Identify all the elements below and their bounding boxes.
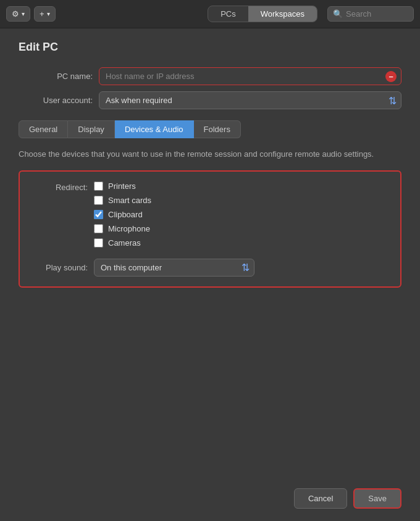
bottom-buttons: Cancel Save (0, 476, 420, 521)
printers-label: Printers (108, 181, 136, 191)
search-input[interactable] (346, 9, 408, 19)
tab-general[interactable]: General (19, 120, 68, 138)
checkbox-clipboard[interactable]: Clipboard (94, 210, 151, 219)
page-title: Edit PC (19, 41, 401, 54)
gear-chevron-icon: ▾ (22, 10, 25, 17)
user-account-label: User account: (19, 96, 93, 105)
save-button[interactable]: Save (353, 488, 401, 509)
smart-cards-checkbox[interactable] (94, 196, 103, 205)
cameras-label: Cameras (108, 238, 141, 248)
checkbox-microphone[interactable]: Microphone (94, 224, 151, 233)
pc-name-input[interactable] (99, 67, 401, 85)
redirect-row: Redirect: Printers Smart cards Clipboard… (32, 181, 388, 248)
checkbox-smart-cards[interactable]: Smart cards (94, 196, 151, 205)
view-toggle: PCs Workspaces (208, 6, 317, 22)
cancel-button[interactable]: Cancel (294, 488, 347, 509)
microphone-checkbox[interactable] (94, 224, 103, 233)
pcs-tab[interactable]: PCs (208, 6, 248, 22)
tab-devices-audio[interactable]: Devices & Audio (115, 120, 194, 138)
checkbox-cameras[interactable]: Cameras (94, 238, 151, 248)
cameras-checkbox[interactable] (94, 238, 103, 248)
pc-name-label: PC name: (19, 72, 93, 81)
gear-button[interactable]: ⚙ ▾ (6, 6, 30, 22)
smart-cards-label: Smart cards (108, 196, 151, 205)
user-account-select[interactable]: Ask when required Add user account... (99, 91, 401, 109)
checkboxes-group: Printers Smart cards Clipboard Microphon… (94, 181, 151, 248)
play-sound-label: Play sound: (32, 263, 88, 272)
redirect-label: Redirect: (32, 181, 88, 192)
tab-folders[interactable]: Folders (194, 120, 241, 138)
tab-display[interactable]: Display (68, 120, 115, 138)
user-account-row: User account: Ask when required Add user… (19, 91, 401, 109)
tabs-container: General Display Devices & Audio Folders (19, 120, 401, 138)
toolbar: ⚙ ▾ + ▾ PCs Workspaces 🔍 (0, 0, 420, 28)
error-icon[interactable]: – (385, 71, 397, 82)
checkbox-printers[interactable]: Printers (94, 181, 151, 191)
search-box: 🔍 (327, 6, 414, 22)
play-sound-select-wrapper: On this computer On remote computer Do n… (94, 259, 254, 277)
add-button[interactable]: + ▾ (34, 6, 56, 22)
pc-name-row: PC name: – (19, 67, 401, 85)
tab-description: Choose the devices that you want to use … (19, 148, 401, 160)
plus-icon: + (40, 9, 44, 19)
add-chevron-icon: ▾ (47, 10, 50, 17)
search-icon: 🔍 (333, 9, 343, 19)
clipboard-checkbox[interactable] (94, 210, 103, 219)
workspaces-tab[interactable]: Workspaces (248, 6, 317, 22)
clipboard-label: Clipboard (108, 210, 143, 219)
gear-icon: ⚙ (12, 9, 19, 19)
microphone-label: Microphone (108, 224, 150, 233)
play-sound-row: Play sound: On this computer On remote c… (32, 259, 388, 277)
printers-checkbox[interactable] (94, 181, 103, 191)
pc-name-wrapper: – (99, 67, 401, 85)
main-content: Edit PC PC name: – User account: Ask whe… (0, 28, 420, 300)
user-account-wrapper: Ask when required Add user account... ⇅ (99, 91, 401, 109)
play-sound-select[interactable]: On this computer On remote computer Do n… (94, 259, 254, 277)
redirect-section: Redirect: Printers Smart cards Clipboard… (19, 170, 401, 288)
